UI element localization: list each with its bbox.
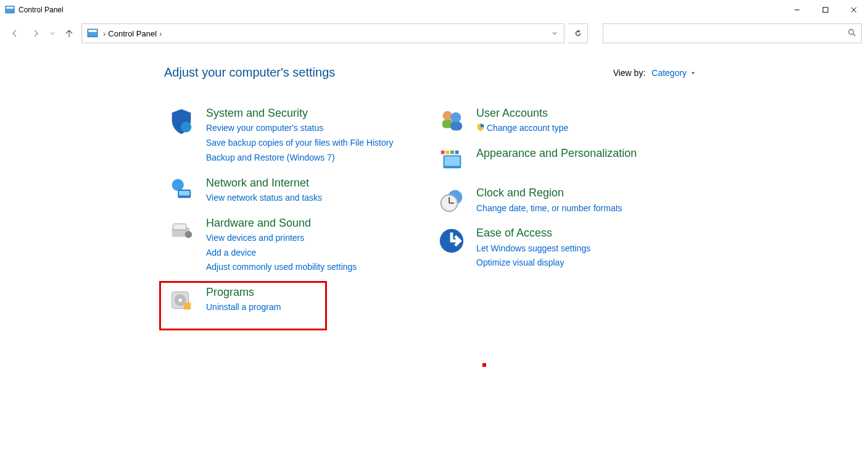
category-title[interactable]: System and Security	[206, 107, 308, 119]
category-ease-of-access: Ease of Access Let Windows suggest setti…	[434, 225, 705, 270]
search-icon	[848, 28, 856, 39]
maximize-button[interactable]	[811, 0, 840, 20]
network-internet-icon[interactable]	[164, 175, 199, 205]
category-title[interactable]: Clock and Region	[476, 187, 564, 199]
category-user-accounts: User Accounts Change account type	[434, 106, 705, 136]
svg-line-9	[853, 33, 856, 36]
svg-point-11	[172, 178, 184, 190]
category-title[interactable]: Ease of Access	[476, 227, 552, 239]
breadcrumb-separator: ›	[159, 29, 162, 38]
category-link[interactable]: Uninstall a program	[206, 300, 281, 315]
appearance-icon[interactable]	[434, 146, 469, 175]
svg-point-10	[181, 122, 191, 132]
title-bar: Control Panel	[0, 0, 868, 20]
category-link[interactable]: View network status and tasks	[206, 191, 322, 206]
svg-rect-28	[445, 151, 449, 154]
category-column-left: System and Security Review your computer…	[164, 106, 434, 325]
category-link[interactable]: Review your computer's status	[206, 121, 393, 136]
search-box[interactable]	[603, 23, 862, 43]
ease-of-access-icon[interactable]	[434, 225, 469, 255]
svg-rect-3	[823, 7, 828, 12]
search-input[interactable]	[608, 29, 848, 38]
category-link[interactable]: Change account type	[476, 121, 568, 136]
svg-rect-29	[450, 151, 454, 154]
category-column-right: User Accounts Change account type Appear…	[434, 106, 705, 325]
category-network-internet: Network and Internet View network status…	[164, 175, 434, 206]
minimize-button[interactable]	[783, 0, 811, 20]
close-button[interactable]	[840, 0, 868, 20]
breadcrumb-separator: ›	[103, 29, 105, 38]
category-hardware-sound: Hardware and Sound View devices and prin…	[164, 216, 434, 275]
forward-button[interactable]	[27, 25, 44, 42]
user-accounts-icon[interactable]	[434, 106, 469, 135]
category-link[interactable]: Change date, time, or number formats	[476, 201, 622, 216]
category-clock-region: Clock and Region Change date, time, or n…	[434, 185, 705, 216]
category-appearance: Appearance and Personalization	[434, 146, 705, 175]
svg-rect-30	[455, 151, 459, 154]
svg-point-8	[849, 29, 854, 34]
address-bar[interactable]: › Control Panel ›	[81, 23, 564, 43]
category-link[interactable]: Adjust commonly used mobility settings	[206, 260, 357, 275]
category-link[interactable]: Backup and Restore (Windows 7)	[206, 151, 393, 166]
view-by-selector[interactable]: View by: Category	[613, 65, 696, 80]
uac-shield-icon	[476, 122, 485, 136]
page-title: Adjust your computer's settings	[164, 65, 613, 80]
category-title[interactable]: Hardware and Sound	[206, 217, 311, 229]
hardware-sound-icon[interactable]	[164, 216, 199, 245]
up-button[interactable]	[60, 25, 78, 42]
content-area: Adjust your computer's settings View by:…	[0, 47, 868, 325]
svg-rect-15	[173, 224, 186, 230]
category-system-security: System and Security Review your computer…	[164, 106, 434, 166]
svg-point-16	[185, 231, 192, 238]
view-by-label: View by:	[613, 68, 646, 78]
category-link[interactable]: Optimize visual display	[476, 256, 590, 270]
clock-region-icon[interactable]	[434, 185, 469, 215]
back-button[interactable]	[6, 25, 23, 42]
svg-rect-20	[184, 303, 191, 310]
breadcrumb-item[interactable]: Control Panel	[108, 29, 157, 38]
svg-rect-26	[445, 157, 460, 166]
category-link[interactable]: Let Windows suggest settings	[476, 241, 590, 256]
svg-rect-7	[88, 30, 97, 31]
category-link[interactable]: Add a device	[206, 246, 357, 261]
svg-rect-27	[441, 151, 445, 154]
navigation-bar: › Control Panel ›	[0, 20, 868, 47]
programs-icon[interactable]	[164, 285, 199, 314]
category-title[interactable]: User Accounts	[476, 107, 548, 119]
address-dropdown-icon[interactable]	[548, 29, 561, 38]
annotation-dot	[482, 363, 486, 367]
chevron-down-icon	[690, 70, 696, 76]
category-title[interactable]: Appearance and Personalization	[476, 147, 637, 159]
svg-rect-1	[6, 7, 14, 9]
view-by-value[interactable]: Category	[651, 68, 696, 78]
svg-rect-24	[450, 122, 462, 130]
svg-rect-13	[179, 191, 189, 196]
system-security-icon[interactable]	[164, 106, 199, 135]
category-link[interactable]: Save backup copies of your files with Fi…	[206, 136, 393, 151]
window-title: Control Panel	[19, 6, 64, 14]
control-panel-addr-icon	[87, 28, 98, 39]
category-link[interactable]: View devices and printers	[206, 231, 357, 246]
recent-locations-dropdown[interactable]	[48, 25, 57, 42]
category-title[interactable]: Network and Internet	[206, 177, 309, 189]
svg-point-19	[178, 298, 182, 302]
category-programs: Programs Uninstall a program	[164, 285, 434, 315]
refresh-button[interactable]	[568, 23, 588, 43]
category-title[interactable]: Programs	[206, 286, 254, 298]
control-panel-icon	[5, 5, 15, 15]
